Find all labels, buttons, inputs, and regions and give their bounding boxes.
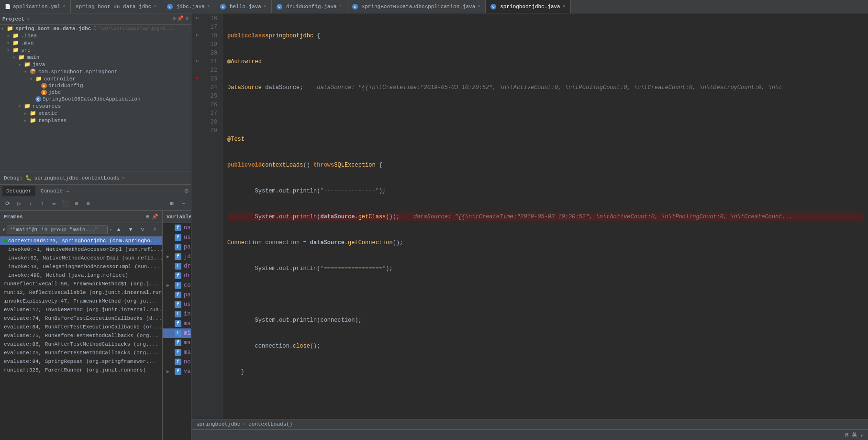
debug-tab-close[interactable]: × — [122, 175, 125, 181]
tab-springboot-app[interactable]: c SpringBoot06DataJdbcApplication.java × — [347, 0, 486, 13]
var-driverclass[interactable]: f driverClass = "com.mysql.cj.jdbc.Drive… — [163, 261, 191, 271]
tree-item-resources[interactable]: ▾ 📁 resources — [0, 102, 191, 110]
frame-item-13[interactable]: evaluate:75, RunAfterTestMethodCallbacks… — [0, 349, 162, 357]
var-password[interactable]: f password = "123456" — [163, 242, 191, 252]
line-numbers: 16 17 18 19 20 21 22 23 24 25 26 27 28 2… — [203, 13, 223, 419]
tree-item-src[interactable]: ▾ 📁 src — [0, 46, 191, 54]
tab-close[interactable]: × — [154, 4, 156, 9]
frame-item-3[interactable]: invoke:43, DelegatingMethodAccessorImpl … — [0, 262, 162, 271]
frames-pin-icon[interactable]: 📌 — [152, 214, 158, 220]
tab-close[interactable]: × — [207, 4, 210, 9]
evaluate-btn[interactable]: ≡ — [83, 199, 93, 209]
var-jdbcurl[interactable]: ▶ f jdbcUrl = "jdbc:mysql://192.168.1.10… — [163, 252, 191, 261]
tab-hello[interactable]: c hello.java × — [215, 0, 272, 13]
tree-item-mvn[interactable]: ▾ 📁 .mvn — [0, 39, 191, 46]
var-initialsize[interactable]: f initialSize = 5 — [163, 309, 191, 319]
frame-item-7[interactable]: invokeExplosively:47, FrameworkMethod (o… — [0, 297, 162, 305]
code-line-26 — [227, 290, 863, 299]
var-maxwait[interactable]: f maxWait = 60000 — [163, 348, 191, 357]
tab-close[interactable]: × — [264, 4, 267, 9]
tab-close[interactable]: × — [563, 4, 566, 9]
frame-item-15[interactable]: runLeaf:325, ParentRunner (org.junit.run… — [0, 366, 162, 374]
tab-project[interactable]: spring-boot-06-data-jdbc × — [71, 0, 162, 13]
tab-druid[interactable]: c druidConfig.java × — [272, 0, 347, 13]
var-connectproperties[interactable]: ▶ f connectProperties = {Properties@5628… — [163, 281, 191, 290]
var-minidle[interactable]: f minIdle = 5 — [163, 328, 191, 338]
settings-icon[interactable]: ⚙ — [173, 15, 176, 22]
frame-item-8[interactable]: evaluate:17, InvokeMethod (org.junit.int… — [0, 305, 162, 314]
pin-icon[interactable]: 📌 — [177, 15, 184, 22]
var-notfulltimeoutretrycount[interactable]: f notFullTimeoutRetryCount = 0 — [163, 357, 191, 367]
thread-up-btn[interactable]: ▲ — [113, 225, 124, 235]
settings-gear-icon[interactable]: ⚙ — [185, 187, 189, 195]
code-line-20: @Test — [227, 135, 863, 144]
var-validationquery[interactable]: ▶ f validationQuery = "SELECT 1 FROM DUA… — [163, 367, 191, 376]
line-num-21: 21 — [206, 57, 220, 66]
thread-down-btn[interactable]: ▼ — [125, 225, 136, 235]
tab-springbootjdbc[interactable]: c springbootjdbc.java × — [486, 0, 570, 13]
tree-item-java[interactable]: ▾ 📁 java — [0, 61, 191, 68]
project-dropdown-icon[interactable]: ▾ — [27, 16, 30, 22]
tree-item-app[interactable]: C SpringBoot06DataJdbcApplication — [0, 96, 191, 102]
tab-jdbc[interactable]: c jdbc.java × — [162, 0, 215, 13]
debug-tab-label[interactable]: springbootjdbc.contextLoads — [34, 175, 120, 181]
frame-item-6[interactable]: run:12, ReflectiveCallable (org.junit.in… — [0, 288, 162, 297]
bug-icon: 🐛 — [25, 175, 32, 181]
tree-item-druid[interactable]: C druidConfig — [0, 82, 191, 89]
breadcrumb-class[interactable]: springbootjdbc — [196, 421, 240, 427]
class-c-blue-icon: C — [35, 96, 41, 102]
frame-item-9[interactable]: evaluate:74, RunBeforeTestExecutionCallb… — [0, 314, 162, 323]
breadcrumb-method[interactable]: contextLoads() — [248, 421, 292, 427]
tab-console[interactable]: Console → — [37, 186, 73, 196]
tree-item-idea[interactable]: ▾ 📁 .idea — [0, 32, 191, 39]
step-over-btn[interactable]: ⟳ — [2, 199, 13, 209]
tree-item-package[interactable]: ▾ 📦 com.springboot.springboot — [0, 68, 191, 75]
var-username[interactable]: f username = "root" — [163, 233, 191, 242]
step-into-btn[interactable]: ↓ — [25, 199, 36, 209]
frame-item-14[interactable]: evaluate:84, SpringRepeat (org.springfra… — [0, 357, 162, 366]
thread-selector[interactable]: ⚡ *"main"@1 in group "main..." ▾ ▲ ▼ ▽ ⚡ — [0, 223, 162, 237]
frame-item-1[interactable]: invoke0:-1, NativeMethodAccessorImpl (su… — [0, 245, 162, 254]
tab-close[interactable]: × — [63, 4, 66, 9]
frame-item-12[interactable]: evaluate:86, RunAfterTestMethodCallbacks… — [0, 340, 162, 349]
frame-item-4[interactable]: invoke:498, Method (java.lang.reflect) — [0, 271, 162, 280]
tree-item-static[interactable]: ▸ 📁 static — [0, 110, 191, 117]
frame-item-5[interactable]: runReflectiveCall:50, FrameworkMethod$1 … — [0, 280, 162, 288]
thread-dropdown[interactable]: *"main"@1 in group "main..." — [7, 226, 108, 234]
frame-item-11[interactable]: evaluate:75, RunBeforeTestMethodCallback… — [0, 331, 162, 340]
var-usercallback[interactable]: f userCallback = null — [163, 300, 191, 309]
run-to-cursor-btn[interactable]: ⇥ — [48, 199, 59, 209]
thread-filter-btn[interactable]: ▽ — [137, 225, 148, 235]
frame-item-0[interactable]: contextLoads:23, springbootjdbc (com.spr… — [0, 237, 162, 245]
frames-options-icon[interactable]: ⊞ — [146, 214, 149, 220]
tab-application-yml[interactable]: 📄 application.yml × — [0, 0, 71, 13]
var-name[interactable]: f name = null — [163, 223, 191, 233]
step-out-btn[interactable]: ↑ — [37, 199, 47, 209]
tree-item-controller[interactable]: ▾ 📁 controller — [0, 75, 191, 82]
tab-bar: 📄 application.yml × spring-boot-06-data-… — [0, 0, 868, 13]
resume-btn[interactable]: ▷ — [14, 199, 24, 209]
var-driverclassloader[interactable]: f driverClassLoader = null — [163, 271, 191, 281]
frame-label: invoke:62, NativeMethodAccessorImpl (sun… — [8, 255, 162, 261]
gutter-27 — [191, 108, 203, 117]
minimize-btn[interactable]: − — [178, 199, 189, 209]
frame-item-10[interactable]: evaluate:84, RunAfterTestExecutionCallba… — [0, 323, 162, 331]
frame-item-2[interactable]: invoke:62, NativeMethodAccessorImpl (sun… — [0, 254, 162, 262]
restore-btn[interactable]: ⊞ — [167, 199, 177, 209]
var-passwordcallback[interactable]: f passwordCallback = null — [163, 290, 191, 300]
tab-close[interactable]: × — [478, 4, 480, 9]
stop-btn[interactable]: ⬛ — [60, 199, 70, 209]
gear-icon[interactable]: ⚙ — [185, 15, 189, 22]
tree-item-templates[interactable]: ▸ 📁 templates — [0, 117, 191, 124]
tree-item-label: .mvn — [21, 40, 33, 46]
tab-close[interactable]: × — [339, 4, 342, 9]
tree-item-main[interactable]: ▾ 📁 main — [0, 54, 191, 61]
tree-item-jdbc[interactable]: C jdbc — [0, 89, 191, 96]
var-maxidle[interactable]: f maxIdle = 8 — [163, 338, 191, 348]
tree-item-root[interactable]: ▾ 📁 spring-boot-06-data-jdbc E:\software… — [0, 25, 191, 32]
mute-breakpoints-btn[interactable]: ⊘ — [71, 199, 82, 209]
var-maxactive[interactable]: f maxActive = 20 — [163, 319, 191, 328]
tab-debugger[interactable]: Debugger — [2, 186, 35, 196]
thread-more-btn[interactable]: ⚡ — [149, 225, 160, 235]
breakpoint-icon[interactable]: ● — [195, 75, 199, 81]
